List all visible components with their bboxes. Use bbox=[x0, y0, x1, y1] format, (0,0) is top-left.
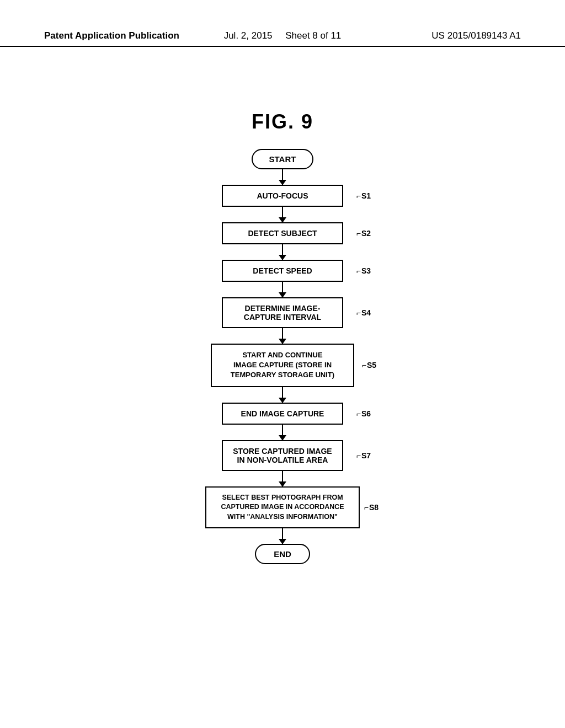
arrow-s1-s2 bbox=[282, 207, 283, 222]
process-s7: STORE CAPTURED IMAGE IN NON-VOLATILE ARE… bbox=[222, 440, 343, 471]
step-row-s7: STORE CAPTURED IMAGE IN NON-VOLATILE ARE… bbox=[194, 440, 371, 471]
arrow-s7-s8 bbox=[282, 471, 283, 486]
process-s6: END IMAGE CAPTURE bbox=[222, 403, 343, 425]
flowchart: START AUTO-FOCUS S1 DETECT SUBJECT S2 DE… bbox=[183, 149, 382, 564]
step-row-s3: DETECT SPEED S3 bbox=[194, 260, 371, 282]
process-s1: AUTO-FOCUS bbox=[222, 185, 343, 207]
process-s5: START AND CONTINUE IMAGE CAPTURE (STORE … bbox=[211, 344, 354, 387]
step-row-s8: SELECT BEST PHOTOGRAPH FROM CAPTURED IMA… bbox=[194, 486, 371, 529]
date: Jul. 2, 2015 bbox=[224, 30, 273, 41]
step-label-s4: S4 bbox=[356, 308, 371, 317]
publication-label: Patent Application Publication bbox=[44, 30, 203, 41]
step-label-s1: S1 bbox=[356, 191, 371, 200]
arrow-start-s1 bbox=[282, 169, 283, 185]
end-terminal: END bbox=[255, 544, 310, 564]
sheet-label: Sheet 8 of 11 bbox=[285, 30, 341, 41]
arrow-s3-s4 bbox=[282, 282, 283, 297]
step-label-s2: S2 bbox=[356, 229, 371, 238]
arrow-s2-s3 bbox=[282, 244, 283, 260]
figure-title: FIG. 9 bbox=[252, 110, 313, 133]
step-label-s6: S6 bbox=[356, 409, 371, 418]
step-row-s5: START AND CONTINUE IMAGE CAPTURE (STORE … bbox=[194, 344, 371, 387]
step-row-s2: DETECT SUBJECT S2 bbox=[194, 222, 371, 244]
step-label-s5: S5 bbox=[362, 361, 376, 370]
step-row-s6: END IMAGE CAPTURE S6 bbox=[194, 403, 371, 425]
step-row-s4: DETERMINE IMAGE- CAPTURE INTERVAL S4 bbox=[194, 297, 371, 328]
patent-number: US 2015/0189143 A1 bbox=[362, 30, 521, 41]
arrow-s4-s5 bbox=[282, 328, 283, 344]
process-s2: DETECT SUBJECT bbox=[222, 222, 343, 244]
process-s4: DETERMINE IMAGE- CAPTURE INTERVAL bbox=[222, 297, 343, 328]
arrow-s8-end bbox=[282, 528, 283, 544]
arrow-s5-s6 bbox=[282, 387, 283, 403]
header: Patent Application Publication Jul. 2, 2… bbox=[0, 30, 565, 47]
step-row-s1: AUTO-FOCUS S1 bbox=[194, 185, 371, 207]
process-s8: SELECT BEST PHOTOGRAPH FROM CAPTURED IMA… bbox=[205, 486, 360, 529]
step-label-s3: S3 bbox=[356, 266, 371, 275]
step-label-s7: S7 bbox=[356, 451, 371, 460]
arrow-s6-s7 bbox=[282, 425, 283, 440]
step-label-s8: S8 bbox=[364, 503, 379, 512]
page: Patent Application Publication Jul. 2, 2… bbox=[0, 0, 565, 728]
date-sheet: Jul. 2, 2015 Sheet 8 of 11 bbox=[203, 30, 362, 41]
start-terminal: START bbox=[252, 149, 314, 169]
process-s3: DETECT SPEED bbox=[222, 260, 343, 282]
